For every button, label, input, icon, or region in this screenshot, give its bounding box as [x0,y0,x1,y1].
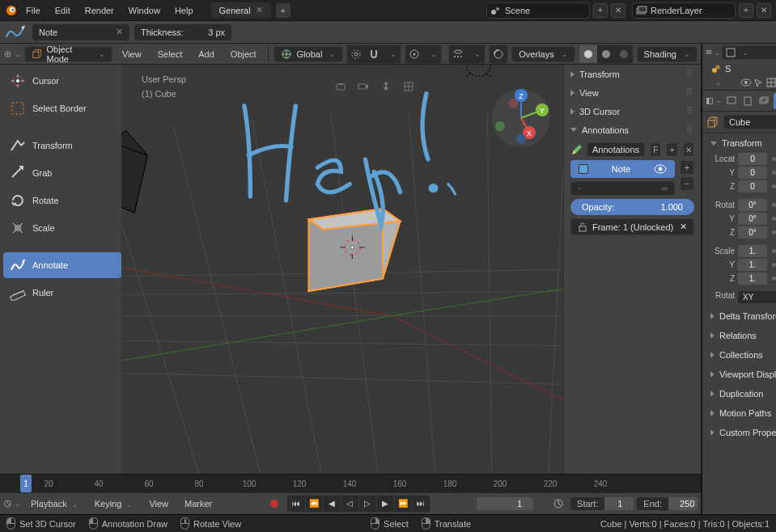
menu-edit[interactable]: Edit [49,2,77,19]
vp-menu-object[interactable]: Object [224,46,263,62]
menu-render[interactable]: Render [78,2,121,19]
menu-file[interactable]: File [19,2,47,19]
shading-wireframe[interactable] [579,45,597,63]
auto-keyframe-toggle[interactable] [265,495,283,513]
arrow-filter-icon[interactable] [753,78,765,89]
renderlayer-add-button[interactable]: + [739,3,753,18]
vp-menu-select[interactable]: Select [151,46,189,62]
start-frame-field[interactable]: 1 [604,497,634,510]
jump-start-button[interactable]: ⏮ [287,496,305,512]
lock-icon[interactable] [578,222,587,232]
view-ortho-button[interactable] [398,76,419,97]
play-reverse-button[interactable]: ◁ [341,496,358,512]
renderlayer-remove-button[interactable]: ✕ [757,3,771,18]
view-zoom-button[interactable] [375,76,396,97]
overlays-dropdown[interactable]: Overlays ⌄ [511,46,575,62]
shading-dropdown[interactable]: Shading ⌄ [637,46,698,62]
object-name-field[interactable]: Cube [723,115,776,129]
tl-marker-menu[interactable]: Marker [178,496,218,512]
thickness-field[interactable]: Thickness: 3 px [134,24,231,40]
grid-filter-icon[interactable] [766,78,776,89]
rot-x-field[interactable]: 0° [738,199,767,211]
props-motion-header[interactable]: Motion Paths [702,403,776,423]
scene-name-input[interactable] [505,6,586,15]
mode-selector[interactable]: Object Mode ⌄ [24,46,112,62]
props-relations-header[interactable]: Relations [702,326,776,345]
npanel-cursor-header[interactable]: 3D Cursor⠿ [564,102,701,120]
npanel-view-header[interactable]: View⠿ [564,83,701,102]
keyframe-prev-button[interactable]: ⏪ [305,496,323,512]
tl-playback-menu[interactable]: Playback ⌄ [24,496,85,512]
tool-ruler[interactable]: Ruler [3,280,121,306]
keyframe-next-button[interactable]: ⏩ [394,496,412,512]
outliner-scene-row[interactable]: S [706,61,776,76]
loc-z-field[interactable]: 0 [738,180,767,192]
tool-transform[interactable]: Transform [3,133,121,158]
timeline-ruler[interactable]: 1 20406080100120140160180200220240 [0,475,701,492]
loc-x-field[interactable]: 0 [738,153,767,165]
props-collections-header[interactable]: Collections [702,345,776,365]
jump-end-button[interactable]: ⏭ [412,496,430,512]
props-viewport-header[interactable]: Viewport Display [702,365,776,384]
renderlayer-name-input[interactable] [651,6,731,15]
proportional-edit-toggle[interactable] [405,45,423,63]
layer-add-button[interactable]: + [680,160,694,175]
workspace-tab-general[interactable]: General ✕ [211,2,271,18]
annotation-remove-button[interactable]: ✕ [683,142,694,157]
annotation-layer-note[interactable]: Note [570,160,675,178]
timeline-editor-type[interactable]: ⌄ [3,495,21,513]
shading-solid[interactable] [597,45,615,63]
current-frame-field[interactable]: 1 [477,497,533,510]
outliner-display-mode[interactable]: ⌄ [722,45,776,60]
clear-layer-icon[interactable]: ✕ [116,27,123,37]
view-camera2-button[interactable] [353,76,374,97]
preview-range-toggle[interactable] [549,495,567,513]
tool-scale[interactable]: Scale [3,215,121,241]
tool-grab[interactable]: Grab [3,160,121,186]
navigation-gizmo[interactable]: Z Y X [489,86,553,150]
props-tab-object[interactable] [774,93,776,109]
props-duplication-header[interactable]: Duplication [702,384,776,403]
npanel-annotations-header[interactable]: Annotations⠿ [564,120,701,139]
scene-remove-button[interactable]: ✕ [611,3,625,18]
scene-selector[interactable] [486,2,590,19]
rotation-mode-dropdown[interactable]: XY⌄ [738,291,776,303]
eye-filter-icon[interactable] [740,78,752,89]
view-camera-button[interactable] [330,76,351,97]
layer-color-swatch[interactable] [579,164,588,174]
tool-cursor[interactable]: Cursor [3,68,121,94]
frame-prev-button[interactable]: ◀ [323,496,341,512]
end-frame-field[interactable]: 250 [668,497,698,510]
rot-y-field[interactable]: 0° [738,213,767,225]
props-transform-header[interactable]: Transform [702,133,776,153]
collections-visibility[interactable]: ⌄ [448,44,486,64]
props-tab-render[interactable] [724,93,738,109]
pivot-button[interactable] [347,45,365,63]
shading-lookdev[interactable] [615,45,633,63]
add-workspace-button[interactable]: + [276,3,290,18]
tl-view-menu[interactable]: View [142,496,175,512]
scl-x-field[interactable]: 1. [738,245,767,257]
frame-next-button[interactable]: ▶ [376,496,394,512]
note-layer-field[interactable]: Note ✕ [32,24,129,40]
loc-y-field[interactable]: 0 [738,167,767,179]
annotation-name-field[interactable]: Annotations [587,142,645,157]
eye-icon[interactable] [654,164,667,174]
renderlayer-selector[interactable] [632,2,736,19]
snap-toggle[interactable] [365,45,383,63]
rot-z-field[interactable]: 0° [738,226,767,239]
3d-viewport[interactable]: User Persp (1) Cube Z [121,65,563,474]
scl-z-field[interactable]: 1. [738,272,767,285]
gizmo-toggle[interactable] [490,45,507,63]
props-editor-type[interactable]: ⌄ [706,93,722,109]
play-button[interactable]: ▷ [358,496,376,512]
close-tab-icon[interactable]: ✕ [256,5,263,15]
fake-user-button[interactable]: F [650,142,661,157]
current-frame-marker[interactable]: 1 [20,475,32,492]
menu-window[interactable]: Window [122,2,167,19]
tl-keying-menu[interactable]: Keying ⌄ [88,496,140,512]
editor-type-button[interactable]: ⌄ [3,45,21,63]
outliner[interactable]: ⌄ ⌄ S ◦ [702,44,776,91]
props-tab-output[interactable] [740,93,754,109]
orientation-selector[interactable]: Global ⌄ [274,46,344,62]
